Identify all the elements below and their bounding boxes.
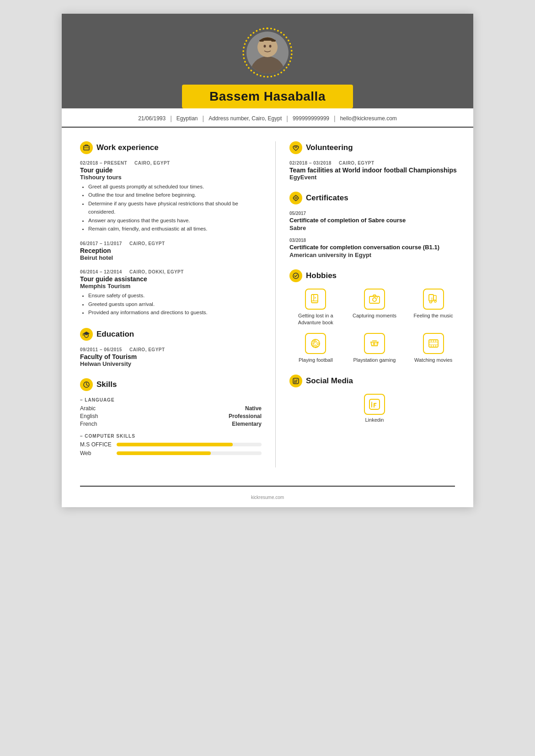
gaming-icon xyxy=(364,333,385,354)
social-section-title: Social Media xyxy=(289,375,460,387)
camera-icon xyxy=(364,289,385,310)
work-entry-3-title: Tour guide assistance xyxy=(80,275,262,283)
skill-name-0: M.S OFFICE xyxy=(80,441,117,448)
svg-rect-18 xyxy=(433,295,436,300)
left-column: Work experience 02/2018 – PRESENT CAIRO,… xyxy=(62,141,276,467)
skills-icon xyxy=(80,378,93,391)
svg-rect-17 xyxy=(429,295,433,301)
linkedin-icon xyxy=(364,394,385,415)
work-entry-2-title: Reception xyxy=(80,247,262,254)
skill-bar-0: M.S OFFICE xyxy=(80,441,262,448)
bullet: Greeted guests upon arrival. xyxy=(88,300,262,308)
hobby-football: Playing football xyxy=(289,333,342,364)
bullet: Answer any questions that the guests hav… xyxy=(88,216,262,225)
email: hello@kickresume.com xyxy=(340,115,397,122)
skill-bar-bg-0 xyxy=(117,443,262,446)
lang-name-2: French xyxy=(80,421,97,427)
education-section: Education 09/2011 – 06/2015 CAIRO, EGYPT… xyxy=(80,328,262,367)
vol-section-title: Volunteering xyxy=(289,141,460,154)
bullet: Ensure safety of guests. xyxy=(88,291,262,300)
vol-entry-1-company: EgyEvent xyxy=(289,174,460,181)
svg-rect-5 xyxy=(271,40,276,42)
sep2: | xyxy=(203,115,204,122)
svg-marker-26 xyxy=(313,341,315,343)
work-entry-2-meta: 06/2017 – 11/2017 CAIRO, EGYPT xyxy=(80,241,262,246)
cert-entry-2: 03/2018 Certificate for completion conve… xyxy=(289,238,460,258)
work-entry-1-title: Tour guide xyxy=(80,166,262,174)
work-section: Work experience 02/2018 – PRESENT CAIRO,… xyxy=(80,141,262,317)
svg-point-11 xyxy=(295,197,297,199)
svg-point-19 xyxy=(429,300,432,303)
vol-entry-1-title: Team facilities at World indoor football… xyxy=(289,166,460,174)
contact-bar: 21/06/1993 | Egyptian | Address number, … xyxy=(62,108,473,128)
work-entry-3-bullets: Ensure safety of guests. Greeted guests … xyxy=(80,291,262,316)
hobbies-grid: Getting lost in a Advanture book xyxy=(289,289,460,364)
social-section: Social Media Linke xyxy=(289,375,460,423)
skill-bar-1: Web xyxy=(80,450,262,456)
hobby-movies-label: Watching movies xyxy=(414,357,452,364)
work-section-title: Work experience xyxy=(80,141,262,154)
cert-org-1: Sabre xyxy=(289,225,460,231)
hobby-football-label: Playing football xyxy=(299,357,333,364)
vol-heading: Volunteering xyxy=(306,143,353,152)
bullet: Provided any informations and directions… xyxy=(88,308,262,316)
skills-heading: Skills xyxy=(96,380,117,389)
address: Address number, Cairo, Egypt xyxy=(209,115,282,122)
edu-entry-1: 09/2011 – 06/2015 CAIRO, EGYPT Faculty o… xyxy=(80,347,262,367)
language-label: LANGUAGE xyxy=(80,397,262,402)
work-entry-1-meta: 02/2018 – PRESENT CAIRO, EGYPT xyxy=(80,161,262,166)
bullet: Remain calm, friendly, and enthusiastic … xyxy=(88,225,262,233)
svg-rect-4 xyxy=(259,40,264,42)
book-icon xyxy=(305,289,326,310)
football-icon xyxy=(305,333,326,354)
work-icon xyxy=(80,141,93,154)
work-entry-3: 06/2014 – 12/2014 CAIRO, DOKKI, EGYPT To… xyxy=(80,269,262,316)
work-entry-1-company: Tishoury tours xyxy=(80,174,262,181)
hobbies-icon xyxy=(289,269,302,282)
cert-org-2: American university in Egypt xyxy=(289,252,460,258)
work-entry-2: 06/2017 – 11/2017 CAIRO, EGYPT Reception… xyxy=(80,241,262,261)
hobby-movies: Watching movies xyxy=(407,333,460,364)
lang-level-0: Native xyxy=(245,405,262,412)
nationality: Egyptian xyxy=(177,115,198,122)
hobby-gaming: Playstation gaming xyxy=(348,333,401,364)
hobby-camera-label: Capturing moments xyxy=(353,312,396,319)
edu-entry-1-title: Faculty of Tourism xyxy=(80,353,262,360)
volunteering-section: Volunteering 02/2018 – 03/2018 CAIRO, EG… xyxy=(289,141,460,181)
work-entry-3-meta: 06/2014 – 12/2014 CAIRO, DOKKI, EGYPT xyxy=(80,269,262,274)
social-icon-section xyxy=(289,375,302,387)
dob: 21/06/1993 xyxy=(138,115,166,122)
work-entry-1: 02/2018 – PRESENT CAIRO, EGYPT Tour guid… xyxy=(80,161,262,233)
phone: 999999999999 xyxy=(293,115,329,122)
svg-point-15 xyxy=(373,298,376,301)
vol-icon xyxy=(289,141,302,154)
lang-name-0: Arabic xyxy=(80,405,96,412)
hobbies-section-title: Hobbies xyxy=(289,269,460,282)
computer-skills: COMPUTER SKILLS M.S OFFICE Web xyxy=(80,434,262,456)
cert-date-2: 03/2018 xyxy=(289,238,460,243)
hobbies-section: Hobbies Getting lost in xyxy=(289,269,460,364)
skills-section: Skills LANGUAGE Arabic Native English Pr… xyxy=(80,378,262,456)
right-column: Volunteering 02/2018 – 03/2018 CAIRO, EG… xyxy=(276,141,473,467)
skill-bar-fill-0 xyxy=(117,443,233,446)
edu-entry-1-company: Helwan University xyxy=(80,360,262,367)
avatar xyxy=(246,32,289,74)
work-heading: Work experience xyxy=(96,143,159,152)
cert-entry-1: 05/2017 Certificate of completion of Sab… xyxy=(289,211,460,231)
linkedin-label: Linkedin xyxy=(365,417,384,423)
hobby-camera: Capturing moments xyxy=(348,289,401,327)
lang-level-1: Professional xyxy=(229,413,262,419)
hobby-music: Feeling the music xyxy=(407,289,460,327)
work-entry-2-company: Beirut hotel xyxy=(80,254,262,261)
bullet: Determine if any guests have physical re… xyxy=(88,199,262,216)
cert-section-title: Certificates xyxy=(289,192,460,204)
social-grid: Linkedin xyxy=(289,394,460,423)
resume-document: Bassem Hasaballa 21/06/1993 | Egyptian |… xyxy=(62,14,473,507)
header-section: Bassem Hasaballa xyxy=(62,14,473,108)
full-name: Bassem Hasaballa xyxy=(209,89,326,104)
skill-bar-fill-1 xyxy=(117,451,211,455)
computer-label: COMPUTER SKILLS xyxy=(80,434,262,439)
sep1: | xyxy=(170,115,172,122)
skill-bar-bg-1 xyxy=(117,451,262,455)
bullet: Greet all guests promptly at scheduled t… xyxy=(88,182,262,191)
